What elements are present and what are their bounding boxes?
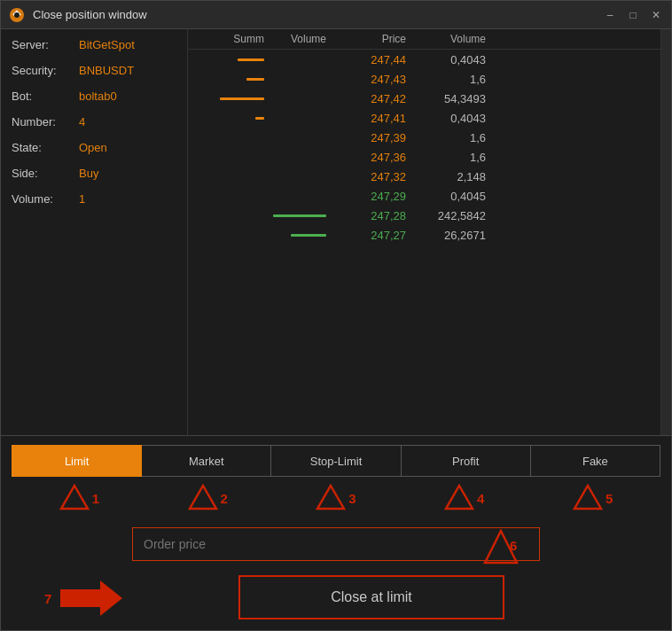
arrow-5-label: 5: [606, 491, 613, 506]
ob-price: 247,43: [326, 73, 406, 86]
content-area: Server: BitGetSpot Security: BNBUSDT Bot…: [1, 29, 671, 435]
scrollbar[interactable]: [660, 29, 671, 435]
ob-price: 247,39: [326, 131, 406, 144]
tab-limit[interactable]: Limit: [12, 445, 142, 477]
svg-marker-5: [446, 486, 473, 509]
arrow-5-item: 5: [528, 484, 657, 513]
bot-row: Bot: boltab0: [12, 90, 176, 103]
up-arrow-2-icon: [188, 484, 218, 513]
table-row: 247,391,6: [188, 128, 660, 147]
summ-bar-cell: [193, 117, 264, 120]
table-row: 247,4254,3493: [188, 89, 660, 108]
summ-bar-cell: [193, 58, 264, 61]
ob-price: 247,29: [326, 190, 406, 203]
table-row: 247,361,6: [188, 147, 660, 167]
table-row: 247,410,4043: [188, 108, 660, 128]
ob-volume: 0,4045: [406, 190, 486, 203]
tab-market[interactable]: Market: [142, 445, 271, 477]
summ-bar-cell: [193, 78, 264, 81]
number-value: 4: [79, 115, 85, 129]
ob-volume: 242,5842: [406, 209, 486, 222]
side-row: Side: Buy: [12, 167, 176, 180]
right-arrow-7-icon: [60, 580, 122, 616]
svg-marker-4: [317, 486, 344, 509]
tab-stop-limit[interactable]: Stop-Limit: [271, 445, 401, 477]
side-label: Side:: [12, 167, 74, 180]
ob-price: 247,41: [326, 112, 406, 125]
up-arrow-1-icon: [59, 484, 90, 513]
title-bar: Close position window – □ ✕: [1, 1, 671, 29]
col-volume-right: Volume: [406, 33, 486, 45]
col-summ: Summ: [193, 33, 264, 45]
maximize-button[interactable]: □: [625, 7, 641, 23]
security-row: Security: BNBUSDT: [12, 64, 176, 77]
svg-marker-7: [60, 580, 122, 616]
ob-volume: 1,6: [406, 151, 486, 164]
server-label: Server:: [12, 38, 74, 51]
arrow-7-container: 7: [60, 580, 122, 619]
ob-volume: 54,3493: [406, 92, 486, 105]
close-at-limit-button[interactable]: Close at limit: [238, 575, 504, 619]
arrow-6-container: 6: [483, 529, 519, 571]
arrow-4-label: 4: [477, 491, 484, 506]
tab-fake[interactable]: Fake: [531, 445, 660, 477]
state-label: State:: [12, 141, 74, 154]
arrows-row: 1 2 3: [12, 484, 660, 513]
volume-label: Volume:: [12, 192, 74, 206]
side-value: Buy: [79, 167, 98, 180]
ob-volume: 0,4043: [406, 53, 486, 66]
close-button[interactable]: ✕: [648, 7, 664, 23]
tab-profit[interactable]: Profit: [402, 445, 531, 477]
table-row: 247,440,4043: [188, 50, 660, 69]
order-price-row: [12, 527, 660, 561]
arrow-4-item: 4: [400, 484, 528, 513]
summ-bar-cell: [193, 97, 264, 100]
up-arrow-5-icon: [573, 484, 603, 513]
col-volume-left: Volume: [264, 33, 326, 45]
main-window: Close position window – □ ✕ Server: BitG…: [0, 0, 672, 631]
security-value: BNBUSDT: [79, 64, 134, 77]
ob-price: 247,36: [326, 151, 406, 164]
arrow-6-label: 6: [510, 538, 517, 553]
window-controls: – □ ✕: [602, 7, 664, 23]
table-row: 247,290,4045: [188, 186, 660, 206]
table-row: 247,431,6: [188, 69, 660, 89]
close-btn-label: Close at limit: [331, 589, 412, 605]
arrow-2-item: 2: [144, 484, 272, 513]
ob-volume: 0,4043: [406, 112, 486, 125]
server-value: BitGetSpot: [79, 38, 135, 51]
ob-price: 247,32: [326, 170, 406, 183]
window-title: Close position window: [33, 8, 602, 21]
state-row: State: Open: [12, 141, 176, 154]
table-row: 247,322,148: [188, 167, 660, 186]
arrow-1-item: 1: [15, 484, 144, 513]
bot-value: boltab0: [79, 90, 117, 103]
svg-point-1: [14, 12, 20, 18]
table-row: 247,2726,2671: [188, 225, 660, 245]
bot-label: Bot:: [12, 90, 74, 103]
arrow-1-label: 1: [92, 491, 99, 506]
order-book: Summ Volume Price Volume 247,440,4043247…: [187, 29, 660, 435]
volume-value: 1: [79, 192, 85, 206]
server-row: Server: BitGetSpot: [12, 38, 176, 51]
close-row: 7 6 Close at limit: [12, 575, 660, 619]
app-icon: [8, 6, 26, 24]
order-book-header: Summ Volume Price Volume: [188, 29, 660, 50]
order-price-input[interactable]: [132, 527, 540, 561]
up-arrow-4-icon: [444, 484, 474, 513]
ob-volume: 26,2671: [406, 229, 486, 242]
minimize-button[interactable]: –: [602, 7, 618, 23]
svg-marker-6: [574, 486, 601, 509]
table-row: 247,28242,5842: [188, 206, 660, 225]
order-book-rows[interactable]: 247,440,4043247,431,6247,4254,3493247,41…: [188, 50, 660, 435]
vol-bar-cell: [264, 214, 326, 217]
vol-bar-cell: [264, 234, 326, 237]
arrow-3-item: 3: [272, 484, 401, 513]
svg-marker-2: [61, 486, 88, 509]
svg-marker-3: [190, 486, 216, 509]
left-panel: Server: BitGetSpot Security: BNBUSDT Bot…: [1, 29, 187, 435]
ob-price: 247,27: [326, 229, 406, 242]
ob-price: 247,28: [326, 209, 406, 222]
state-value: Open: [79, 141, 107, 154]
up-arrow-3-icon: [316, 484, 346, 513]
